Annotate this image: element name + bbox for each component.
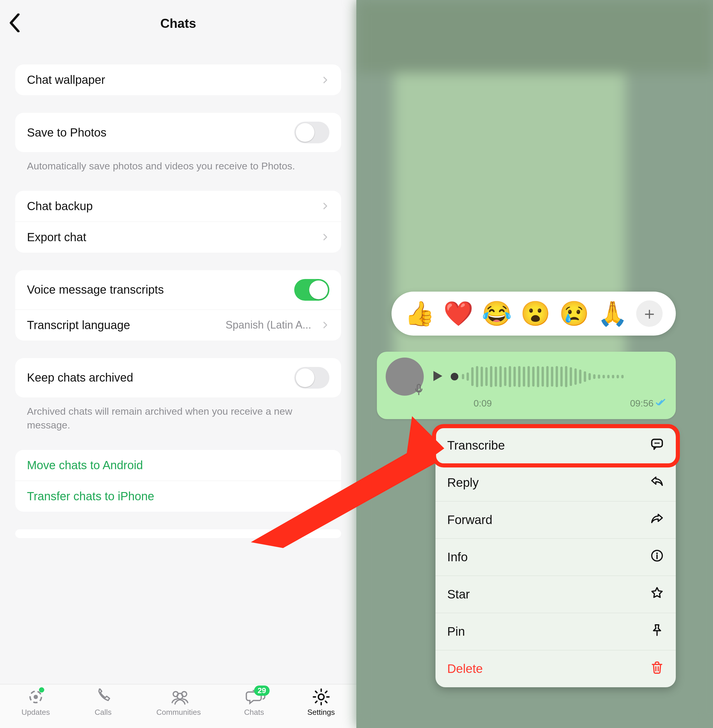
communities-icon [168, 688, 189, 706]
tab-label: Communities [157, 708, 201, 717]
transcribe-icon [650, 437, 664, 454]
chevron-right-icon [321, 202, 330, 210]
trash-icon [650, 660, 664, 677]
svg-line-12 [325, 691, 327, 693]
settings-scroll[interactable]: Chat wallpaper Save to Photos Automatica… [0, 47, 356, 684]
tab-settings[interactable]: Settings [307, 688, 335, 717]
menu-pin[interactable]: Pin [436, 613, 676, 650]
menu-reply[interactable]: Reply [436, 464, 676, 501]
transfer-to-iphone-row[interactable]: Transfer chats to iPhone [15, 480, 341, 512]
save-to-photos-toggle[interactable] [294, 122, 330, 143]
menu-delete[interactable]: Delete [436, 650, 676, 687]
chevron-right-icon [321, 76, 330, 84]
move-to-android-row[interactable]: Move chats to Android [15, 450, 341, 480]
menu-forward[interactable]: Forward [436, 501, 676, 539]
svg-point-4 [177, 694, 183, 699]
reaction-wow[interactable]: 😮 [521, 300, 550, 328]
svg-point-50 [654, 442, 656, 444]
voice-transcripts-row[interactable]: Voice message transcripts [15, 270, 341, 309]
sender-avatar[interactable] [386, 358, 424, 396]
keep-archived-toggle[interactable] [294, 367, 330, 389]
tab-label: Settings [307, 708, 335, 717]
menu-label: Transcribe [447, 439, 505, 452]
chat-wallpaper-row[interactable]: Chat wallpaper [15, 64, 341, 95]
svg-point-5 [318, 694, 324, 700]
tab-updates[interactable]: Updates [21, 688, 50, 717]
svg-line-10 [315, 691, 317, 693]
gear-icon [311, 688, 331, 706]
voice-transcripts-toggle[interactable] [294, 279, 330, 301]
tab-label: Chats [244, 708, 264, 717]
chat-backup-row[interactable]: Chat backup [15, 191, 341, 222]
tab-calls[interactable]: Calls [93, 688, 113, 717]
reply-icon [650, 474, 664, 491]
menu-label: Forward [447, 513, 492, 527]
menu-star[interactable]: Star [436, 576, 676, 613]
pin-icon [650, 623, 664, 640]
reaction-more-button[interactable]: ＋ [636, 300, 662, 327]
group-archive: Keep chats archived [15, 358, 341, 397]
svg-point-52 [658, 442, 659, 444]
chats-header: Chats [0, 0, 356, 47]
keep-archived-note: Archived chats will remain archived when… [15, 397, 341, 432]
row-label: Keep chats archived [27, 371, 133, 384]
status-dot-icon [39, 687, 44, 692]
group-save-to-photos: Save to Photos [15, 113, 341, 152]
mic-icon [413, 383, 425, 397]
reaction-sad[interactable]: 😢 [559, 300, 589, 328]
chevron-right-icon [321, 233, 330, 241]
group-transfer: Move chats to Android Transfer chats to … [15, 450, 341, 512]
play-button[interactable] [430, 368, 445, 385]
keep-chats-archived-row[interactable]: Keep chats archived [15, 358, 341, 397]
voice-elapsed: 0:09 [474, 398, 492, 409]
menu-info[interactable]: Info [436, 539, 676, 576]
group-wallpaper: Chat wallpaper [15, 64, 341, 95]
playhead-dot-icon [451, 373, 458, 380]
transcript-language-value: Spanish (Latin A... [226, 319, 311, 331]
star-icon [650, 586, 664, 603]
svg-line-11 [325, 701, 327, 703]
reaction-bar: 👍 ❤️ 😂 😮 😢 🙏 ＋ [392, 292, 676, 336]
transcript-language-row[interactable]: Transcript language Spanish (Latin A... [15, 309, 341, 340]
menu-label: Pin [447, 625, 465, 638]
row-label: Chat wallpaper [27, 73, 105, 87]
settings-chats-screen: Chats Chat wallpaper Save to Photos Auto… [0, 0, 356, 728]
save-to-photos-note: Automatically save photos and videos you… [15, 152, 341, 173]
voice-total: 09:56 [630, 398, 653, 409]
tab-label: Calls [95, 708, 112, 717]
save-to-photos-row[interactable]: Save to Photos [15, 113, 341, 152]
menu-label: Star [447, 587, 470, 601]
tab-chats[interactable]: 29 Chats [244, 688, 264, 717]
menu-transcribe[interactable]: Transcribe [436, 427, 676, 464]
reaction-heart[interactable]: ❤️ [443, 300, 473, 328]
message-context-menu: Transcribe Reply Forward Info [436, 427, 676, 687]
row-label: Save to Photos [27, 126, 106, 139]
row-label: Transcript language [27, 319, 130, 332]
tab-communities[interactable]: Communities [157, 688, 201, 717]
menu-label: Info [447, 550, 468, 564]
waveform-icon [461, 365, 625, 388]
chevron-right-icon [321, 321, 330, 329]
svg-line-13 [315, 701, 317, 703]
group-transcripts: Voice message transcripts Transcript lan… [15, 270, 341, 340]
svg-point-54 [656, 552, 658, 554]
back-button[interactable] [9, 13, 21, 33]
row-label: Chat backup [27, 200, 93, 213]
group-backup: Chat backup Export chat [15, 191, 341, 253]
forward-icon [650, 512, 664, 528]
page-title: Chats [160, 16, 196, 31]
reaction-pray[interactable]: 🙏 [598, 300, 627, 328]
row-label: Transfer chats to iPhone [27, 490, 154, 503]
voice-waveform[interactable] [451, 365, 667, 388]
menu-label: Reply [447, 476, 479, 490]
reaction-laugh[interactable]: 😂 [482, 300, 512, 328]
tab-label: Updates [21, 708, 50, 717]
export-chat-row[interactable]: Export chat [15, 222, 341, 253]
voice-message-bubble[interactable]: 0:09 09:56 [377, 352, 676, 419]
phone-icon [93, 688, 113, 706]
reaction-thumbs-up[interactable]: 👍 [405, 300, 435, 328]
chats-icon: 29 [244, 688, 264, 706]
chats-badge: 29 [254, 686, 270, 696]
group-next-peek [15, 529, 341, 538]
chat-screen-context-menu: 👍 ❤️ 😂 😮 😢 🙏 ＋ [356, 0, 713, 728]
